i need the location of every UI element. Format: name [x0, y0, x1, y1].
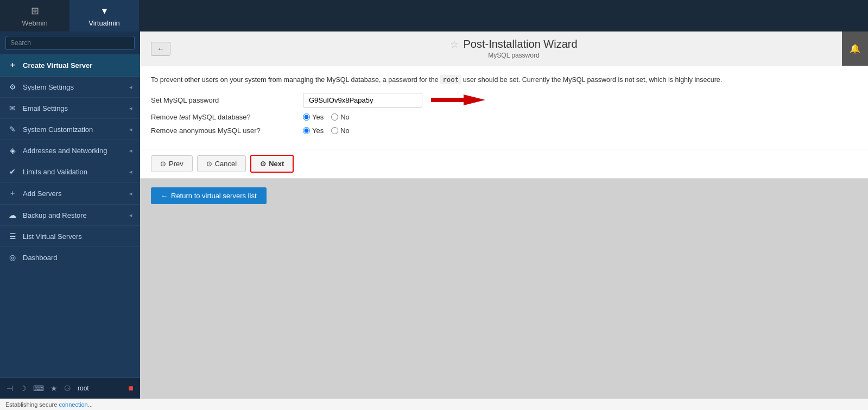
main-content: ← ☆ Post-Installation Wizard MySQL passw…	[140, 31, 868, 399]
prev-icon: ⊙	[160, 160, 166, 168]
sidebar-menu: ＋ Create Virtual Server ⚙ System Setting…	[0, 54, 140, 377]
sidebar-item-label: List Virtual Servers	[23, 232, 82, 241]
chevron-icon: ◂	[129, 190, 132, 197]
radio-anon-no-input[interactable]	[331, 127, 338, 134]
sidebar-item-list-virtual-servers[interactable]: ☰ List Virtual Servers	[0, 226, 140, 247]
wizard-title-area: ☆ Post-Installation Wizard MySQL passwor…	[170, 38, 857, 59]
star-icon[interactable]: ★	[50, 384, 58, 393]
wizard-description: To prevent other users on your system fr…	[151, 75, 857, 85]
radio-anon-yes[interactable]: Yes	[303, 127, 324, 135]
mysql-password-input[interactable]	[303, 93, 422, 108]
remove-test-db-control: Yes No	[303, 113, 857, 121]
virtualmin-icon: ▾	[102, 5, 107, 17]
sidebar-bottom-bar: ⊣ ☽ ⌨ ★ ⚇ root ■	[0, 377, 140, 399]
dashboard-icon: ◎	[8, 253, 17, 262]
password-control	[303, 93, 857, 108]
sidebar-item-label: System Customization	[23, 125, 93, 134]
chevron-icon: ◂	[129, 212, 132, 219]
wizard-form-body: To prevent other users on your system fr…	[140, 66, 868, 149]
cancel-label: Cancel	[215, 160, 237, 168]
chevron-icon: ◂	[129, 84, 132, 91]
radio-anon-no[interactable]: No	[331, 127, 350, 135]
share-icon[interactable]: ⚇	[64, 384, 71, 393]
radio-test-db-no-input[interactable]	[331, 113, 338, 121]
top-navigation: ⊞ Webmin ▾ Virtualmin	[0, 0, 868, 31]
sidebar-item-limits-and-validation[interactable]: ✔ Limits and Validation ◂	[0, 161, 140, 182]
search-container	[0, 31, 140, 54]
sidebar-item-email-settings[interactable]: ✉ Email Settings ◂	[0, 98, 140, 119]
list-icon: ☰	[8, 232, 17, 241]
sidebar-item-dashboard[interactable]: ◎ Dashboard	[0, 247, 140, 268]
radio-test-db-no[interactable]: No	[331, 113, 350, 121]
search-input[interactable]	[5, 36, 135, 50]
sidebar-item-system-settings[interactable]: ⚙ System Settings ◂	[0, 77, 140, 98]
wizard-buttons: ⊙ Prev ⊙ Cancel ⊙ Next	[140, 149, 868, 179]
nav-webmin[interactable]: ⊞ Webmin	[0, 0, 69, 31]
sidebar-item-backup-and-restore[interactable]: ☁ Backup and Restore ◂	[0, 205, 140, 226]
return-label: Return to virtual servers list	[171, 192, 257, 200]
wizard-title-text: Post-Installation Wizard	[463, 38, 577, 51]
history-icon[interactable]: ⊣	[7, 384, 13, 393]
code-root: root	[440, 75, 461, 84]
chevron-icon: ◂	[129, 126, 132, 133]
sidebar: ＋ Create Virtual Server ⚙ System Setting…	[0, 31, 140, 399]
notifications-button[interactable]: 🔔	[842, 31, 868, 66]
logout-icon[interactable]: ■	[128, 383, 134, 393]
moon-icon[interactable]: ☽	[20, 384, 27, 393]
nav-webmin-label: Webmin	[22, 19, 47, 27]
current-user: root	[78, 384, 89, 392]
sidebar-item-addresses-and-networking[interactable]: ◈ Addresses and Networking ◂	[0, 140, 140, 161]
sidebar-item-label: System Settings	[23, 83, 74, 91]
status-bar: Establishing secure connection...	[0, 399, 868, 410]
bell-icon: 🔔	[850, 43, 860, 54]
sidebar-item-system-customization[interactable]: ✎ System Customization ◂	[0, 119, 140, 140]
webmin-icon: ⊞	[31, 5, 39, 17]
red-arrow-annotation	[431, 93, 485, 106]
sidebar-item-label: Dashboard	[23, 254, 58, 262]
chevron-icon: ◂	[129, 105, 132, 112]
terminal-icon[interactable]: ⌨	[33, 384, 44, 393]
radio-test-db-yes[interactable]: Yes	[303, 113, 324, 121]
remove-anon-label: Remove anonymous MySQL user?	[151, 127, 303, 135]
return-arrow-icon: ←	[161, 192, 168, 200]
sidebar-item-create-virtual-server[interactable]: ＋ Create Virtual Server	[0, 54, 140, 77]
sidebar-item-label: Create Virtual Server	[23, 61, 92, 70]
radio-anon-yes-input[interactable]	[303, 127, 310, 134]
plus-icon: ＋	[8, 60, 17, 70]
radio-group-anon: Yes No	[303, 127, 350, 135]
status-text: Establishing secure connection...	[5, 401, 93, 408]
next-label: Next	[269, 160, 284, 168]
radio-test-db-yes-input[interactable]	[303, 113, 310, 121]
edit-icon: ✎	[8, 125, 17, 134]
sidebar-item-label: Add Servers	[23, 190, 62, 198]
radio-group-test-db: Yes No	[303, 113, 350, 121]
remove-anon-control: Yes No	[303, 127, 857, 135]
form-row-remove-anon: Remove anonymous MySQL user? Yes No	[151, 127, 857, 135]
prev-button[interactable]: ⊙ Prev	[151, 155, 193, 172]
return-button[interactable]: ← Return to virtual servers list	[151, 187, 267, 204]
svg-marker-0	[431, 94, 485, 105]
favorite-star-icon[interactable]: ☆	[450, 39, 459, 51]
gear-icon: ⚙	[8, 83, 17, 91]
sidebar-item-label: Limits and Validation	[23, 168, 87, 176]
add-icon: ＋	[8, 188, 17, 198]
form-row-password: Set MySQL password	[151, 93, 857, 108]
wizard-header: ← ☆ Post-Installation Wizard MySQL passw…	[140, 31, 868, 66]
sidebar-item-add-servers[interactable]: ＋ Add Servers ◂	[0, 182, 140, 205]
check-icon: ✔	[8, 167, 17, 176]
back-button[interactable]: ←	[151, 42, 170, 56]
sidebar-item-label: Addresses and Networking	[23, 147, 107, 155]
radio-yes-label: Yes	[312, 113, 324, 121]
return-section: ← Return to virtual servers list	[140, 179, 868, 213]
cancel-icon: ⊙	[206, 160, 212, 168]
next-icon: ⊙	[260, 160, 266, 168]
cancel-button[interactable]: ⊙ Cancel	[197, 155, 246, 172]
main-layout: ＋ Create Virtual Server ⚙ System Setting…	[0, 31, 868, 399]
next-button[interactable]: ⊙ Next	[250, 155, 294, 173]
status-link[interactable]: connection...	[59, 401, 92, 408]
radio-anon-no-label: No	[340, 127, 350, 135]
sidebar-item-label: Backup and Restore	[23, 211, 87, 219]
nav-virtualmin[interactable]: ▾ Virtualmin	[69, 0, 139, 31]
radio-no-label: No	[340, 113, 350, 121]
remove-test-db-label: Remove test MySQL database?	[151, 113, 303, 121]
